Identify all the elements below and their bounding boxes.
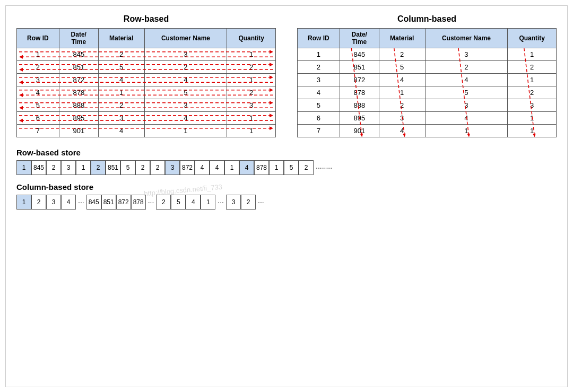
row-based-table: Row ID Date/Time Material Customer Name … [16,28,276,137]
table-cell: 2 [425,60,508,73]
store-cell: 1 [224,160,239,175]
col-header-datetime: Date/Time [59,28,98,48]
table-cell: 2 [508,60,557,73]
table-cell: 901 [340,124,379,137]
table-cell: 4 [379,124,425,137]
store-cell: 878 [254,160,269,175]
table-cell: 2 [298,60,340,73]
store-dots: ··· [148,198,154,206]
table-cell: 845 [340,48,379,60]
table-cell: 872 [340,73,379,86]
store-cell: 2 [46,160,61,175]
store-cell: 4 [195,160,210,175]
table-cell: 1 [508,48,557,60]
store-cell: 4 [210,160,224,175]
row-store-row: 1845231285152238724414878152········ [16,160,557,175]
table-cell: 878 [340,86,379,99]
table-cell: 2 [227,86,276,99]
store-cell: 3 [165,160,180,175]
table-cell: 5 [17,99,59,111]
table-cell: 895 [340,111,379,124]
table-cell: 4 [17,86,59,99]
table-cell: 2 [17,60,59,73]
column-based-title: Column-based [297,14,557,24]
column-based-table: Row ID Date/Time Material Customer Name … [297,28,557,137]
table-cell: 2 [379,48,425,60]
store-cell: 4 [239,160,254,175]
store-cell: 872 [116,195,131,210]
top-section: Row-based Row ID Date/Time Material Cust… [16,14,557,137]
store-cell: 5 [171,195,186,210]
table-cell: 895 [59,111,98,124]
table-cell: 2 [508,86,557,99]
table-cell: 3 [144,48,227,60]
table-cell: 6 [298,111,340,124]
table-cell: 5 [425,86,508,99]
table-cell: 6 [17,111,59,124]
table-cell: 4 [144,73,227,86]
table-cell: 3 [98,111,144,124]
table-cell: 1 [425,124,508,137]
col2-header-datetime: Date/Time [340,28,379,48]
table-cell: 851 [59,60,98,73]
store-cell: 3 [61,160,76,175]
store-cell: 2 [156,195,171,210]
table-cell: 1 [227,111,276,124]
store-cell: 878 [131,195,146,210]
col-header-material: Material [98,28,144,48]
col-header-custname: Customer Name [144,28,227,48]
store-dots: ··· [218,198,224,206]
table-cell: 3 [298,73,340,86]
table-cell: 2 [98,48,144,60]
left-panel: Row-based Row ID Date/Time Material Cust… [16,14,276,137]
store-cell: 1 [269,160,284,175]
table-cell: 1 [98,86,144,99]
table-cell: 851 [340,60,379,73]
table-cell: 3 [144,99,227,111]
store-cell: 851 [106,160,120,175]
table-cell: 4 [98,73,144,86]
table-cell: 888 [59,99,98,111]
main-container: Row-based Row ID Date/Time Material Cust… [5,5,568,387]
col-store-row: 1234···845851872878···2541···32··· [16,195,557,210]
table-cell: 872 [59,73,98,86]
table-cell: 5 [144,86,227,99]
col-header-qty: Quantity [227,28,276,48]
table-cell: 4 [425,73,508,86]
store-cell: 851 [101,195,116,210]
table-cell: 3 [508,99,557,111]
table-cell: 1 [17,48,59,60]
table-cell: 3 [379,111,425,124]
table-cell: 1 [508,111,557,124]
store-cell: 1 [201,195,215,210]
table-cell: 4 [98,124,144,137]
table-cell: 5 [98,60,144,73]
table-cell: 1 [227,48,276,60]
col2-header-custname: Customer Name [425,28,508,48]
table-cell: 3 [227,99,276,111]
table-cell: 2 [227,60,276,73]
store-dots: ··· [78,198,84,206]
store-cell: 2 [150,160,165,175]
store-cell: 5 [120,160,135,175]
store-cell: 3 [226,195,241,210]
col2-header-qty: Quantity [508,28,557,48]
table-cell: 2 [379,99,425,111]
row-based-title: Row-based [16,14,276,24]
table-cell: 1 [298,48,340,60]
table-cell: 3 [425,48,508,60]
store-dots: ··· [258,198,264,206]
store-cell: 3 [46,195,61,210]
table-cell: 1 [379,86,425,99]
table-cell: 3 [17,73,59,86]
right-panel: Column-based Row ID Date/Time Material C… [297,14,557,137]
table-cell: 1 [508,73,557,86]
table-cell: 4 [425,111,508,124]
store-cell: 2 [31,195,46,210]
table-cell: 878 [59,86,98,99]
store-cell: 845 [86,195,101,210]
table-cell: 5 [379,60,425,73]
store-cell: 872 [180,160,195,175]
col-header-rowid: Row ID [17,28,59,48]
store-cell: 4 [186,195,201,210]
